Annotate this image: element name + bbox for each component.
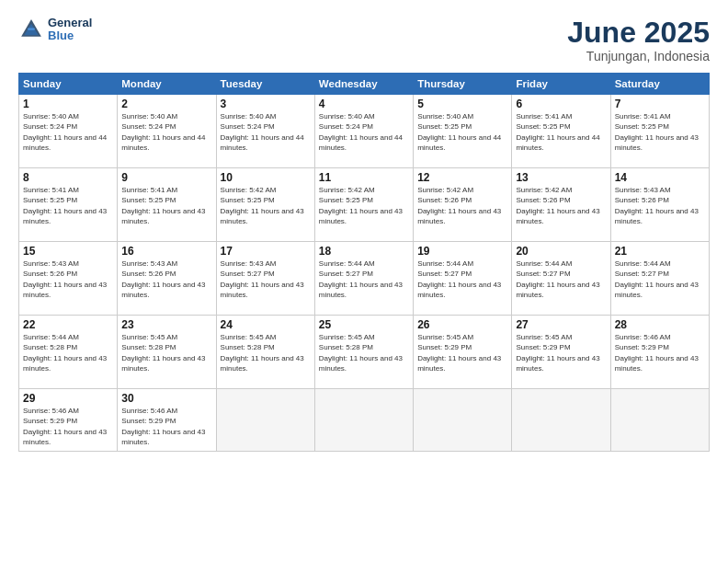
- day-number: 12: [417, 171, 507, 184]
- title-section: June 2025 Tunjungan, Indonesia: [567, 17, 710, 63]
- table-row: 16Sunrise: 5:43 AMSunset: 5:26 PMDayligh…: [118, 242, 216, 316]
- day-number: 23: [121, 318, 211, 331]
- day-info: Sunrise: 5:44 AMSunset: 5:28 PMDaylight:…: [23, 332, 113, 373]
- day-number: 19: [417, 245, 507, 258]
- header: General Blue June 2025 Tunjungan, Indone…: [18, 17, 710, 63]
- day-number: 30: [121, 392, 211, 405]
- calendar-week-4: 29Sunrise: 5:46 AMSunset: 5:29 PMDayligh…: [19, 389, 710, 452]
- day-info: Sunrise: 5:40 AMSunset: 5:25 PMDaylight:…: [417, 111, 507, 153]
- calendar-week-2: 15Sunrise: 5:43 AMSunset: 5:26 PMDayligh…: [19, 242, 710, 316]
- col-friday: Friday: [512, 74, 610, 95]
- location: Tunjungan, Indonesia: [567, 49, 710, 63]
- table-row: 24Sunrise: 5:45 AMSunset: 5:28 PMDayligh…: [216, 316, 314, 389]
- table-row: 6Sunrise: 5:41 AMSunset: 5:25 PMDaylight…: [512, 95, 610, 168]
- table-row: 20Sunrise: 5:44 AMSunset: 5:27 PMDayligh…: [512, 242, 610, 316]
- day-info: Sunrise: 5:43 AMSunset: 5:27 PMDaylight:…: [221, 259, 311, 300]
- calendar-week-3: 22Sunrise: 5:44 AMSunset: 5:28 PMDayligh…: [19, 316, 710, 389]
- table-row: 14Sunrise: 5:43 AMSunset: 5:26 PMDayligh…: [610, 168, 709, 242]
- day-number: 28: [615, 318, 705, 331]
- table-row: 23Sunrise: 5:45 AMSunset: 5:28 PMDayligh…: [118, 316, 216, 389]
- table-row: [512, 389, 610, 452]
- table-row: [216, 389, 314, 452]
- table-row: 19Sunrise: 5:44 AMSunset: 5:27 PMDayligh…: [414, 242, 512, 316]
- table-row: 8Sunrise: 5:41 AMSunset: 5:25 PMDaylight…: [19, 168, 118, 242]
- day-info: Sunrise: 5:46 AMSunset: 5:29 PMDaylight:…: [615, 332, 705, 373]
- table-row: 4Sunrise: 5:40 AMSunset: 5:24 PMDaylight…: [314, 95, 413, 168]
- day-info: Sunrise: 5:45 AMSunset: 5:28 PMDaylight:…: [319, 332, 409, 373]
- day-info: Sunrise: 5:43 AMSunset: 5:26 PMDaylight:…: [23, 259, 113, 300]
- table-row: [610, 389, 709, 452]
- day-info: Sunrise: 5:46 AMSunset: 5:29 PMDaylight:…: [121, 406, 211, 447]
- page: General Blue June 2025 Tunjungan, Indone…: [0, 0, 728, 563]
- day-info: Sunrise: 5:40 AMSunset: 5:24 PMDaylight:…: [221, 111, 311, 153]
- day-number: 6: [516, 98, 606, 110]
- col-tuesday: Tuesday: [216, 74, 314, 95]
- table-row: 9Sunrise: 5:41 AMSunset: 5:25 PMDaylight…: [118, 168, 216, 242]
- day-info: Sunrise: 5:41 AMSunset: 5:25 PMDaylight:…: [121, 185, 211, 226]
- day-info: Sunrise: 5:45 AMSunset: 5:28 PMDaylight:…: [121, 332, 211, 373]
- day-info: Sunrise: 5:44 AMSunset: 5:27 PMDaylight:…: [417, 259, 507, 300]
- day-number: 20: [516, 245, 606, 258]
- day-number: 2: [121, 98, 211, 110]
- col-thursday: Thursday: [414, 74, 512, 95]
- day-info: Sunrise: 5:45 AMSunset: 5:28 PMDaylight:…: [221, 332, 311, 373]
- table-row: 1Sunrise: 5:40 AMSunset: 5:24 PMDaylight…: [19, 95, 118, 168]
- day-info: Sunrise: 5:44 AMSunset: 5:27 PMDaylight:…: [615, 259, 705, 300]
- table-row: 15Sunrise: 5:43 AMSunset: 5:26 PMDayligh…: [19, 242, 118, 316]
- day-info: Sunrise: 5:41 AMSunset: 5:25 PMDaylight:…: [615, 111, 705, 153]
- day-number: 17: [221, 245, 311, 258]
- day-number: 5: [417, 98, 507, 110]
- col-wednesday: Wednesday: [314, 74, 413, 95]
- table-row: 11Sunrise: 5:42 AMSunset: 5:25 PMDayligh…: [314, 168, 413, 242]
- table-row: 7Sunrise: 5:41 AMSunset: 5:25 PMDaylight…: [610, 95, 709, 168]
- table-row: [314, 389, 413, 452]
- logo-line2: Blue: [48, 29, 92, 42]
- day-info: Sunrise: 5:46 AMSunset: 5:29 PMDaylight:…: [23, 406, 113, 447]
- day-info: Sunrise: 5:41 AMSunset: 5:25 PMDaylight:…: [516, 111, 606, 153]
- col-sunday: Sunday: [19, 74, 118, 95]
- day-number: 15: [23, 245, 113, 258]
- day-number: 27: [516, 318, 606, 331]
- table-row: 17Sunrise: 5:43 AMSunset: 5:27 PMDayligh…: [216, 242, 314, 316]
- day-info: Sunrise: 5:40 AMSunset: 5:24 PMDaylight:…: [23, 111, 113, 153]
- table-row: 21Sunrise: 5:44 AMSunset: 5:27 PMDayligh…: [610, 242, 709, 316]
- table-row: 12Sunrise: 5:42 AMSunset: 5:26 PMDayligh…: [414, 168, 512, 242]
- table-row: 28Sunrise: 5:46 AMSunset: 5:29 PMDayligh…: [610, 316, 709, 389]
- col-saturday: Saturday: [610, 74, 709, 95]
- day-number: 26: [417, 318, 507, 331]
- day-info: Sunrise: 5:42 AMSunset: 5:26 PMDaylight:…: [417, 185, 507, 226]
- day-number: 11: [319, 171, 409, 184]
- col-monday: Monday: [118, 74, 216, 95]
- day-number: 21: [615, 245, 705, 258]
- day-number: 9: [121, 171, 211, 184]
- day-number: 8: [23, 171, 113, 184]
- day-info: Sunrise: 5:44 AMSunset: 5:27 PMDaylight:…: [516, 259, 606, 300]
- day-number: 7: [615, 98, 705, 110]
- calendar-table: Sunday Monday Tuesday Wednesday Thursday…: [18, 73, 710, 452]
- table-row: 13Sunrise: 5:42 AMSunset: 5:26 PMDayligh…: [512, 168, 610, 242]
- table-row: 18Sunrise: 5:44 AMSunset: 5:27 PMDayligh…: [314, 242, 413, 316]
- day-number: 25: [319, 318, 409, 331]
- day-info: Sunrise: 5:43 AMSunset: 5:26 PMDaylight:…: [121, 259, 211, 300]
- table-row: 3Sunrise: 5:40 AMSunset: 5:24 PMDaylight…: [216, 95, 314, 168]
- table-row: 30Sunrise: 5:46 AMSunset: 5:29 PMDayligh…: [118, 389, 216, 452]
- logo-line1: General: [48, 17, 92, 29]
- day-info: Sunrise: 5:45 AMSunset: 5:29 PMDaylight:…: [417, 332, 507, 373]
- table-row: 27Sunrise: 5:45 AMSunset: 5:29 PMDayligh…: [512, 316, 610, 389]
- generalblue-icon: [18, 17, 44, 42]
- day-info: Sunrise: 5:41 AMSunset: 5:25 PMDaylight:…: [23, 185, 113, 226]
- calendar-week-0: 1Sunrise: 5:40 AMSunset: 5:24 PMDaylight…: [19, 95, 710, 168]
- day-info: Sunrise: 5:44 AMSunset: 5:27 PMDaylight:…: [319, 259, 409, 300]
- day-number: 13: [516, 171, 606, 184]
- day-info: Sunrise: 5:45 AMSunset: 5:29 PMDaylight:…: [516, 332, 606, 373]
- logo: General Blue: [18, 17, 92, 43]
- day-number: 14: [615, 171, 705, 184]
- month-title: June 2025: [567, 17, 710, 49]
- day-number: 22: [23, 318, 113, 331]
- day-number: 24: [221, 318, 311, 331]
- day-info: Sunrise: 5:42 AMSunset: 5:25 PMDaylight:…: [221, 185, 311, 226]
- day-info: Sunrise: 5:43 AMSunset: 5:26 PMDaylight:…: [615, 185, 705, 226]
- day-number: 4: [319, 98, 409, 110]
- day-number: 3: [221, 98, 311, 110]
- day-number: 18: [319, 245, 409, 258]
